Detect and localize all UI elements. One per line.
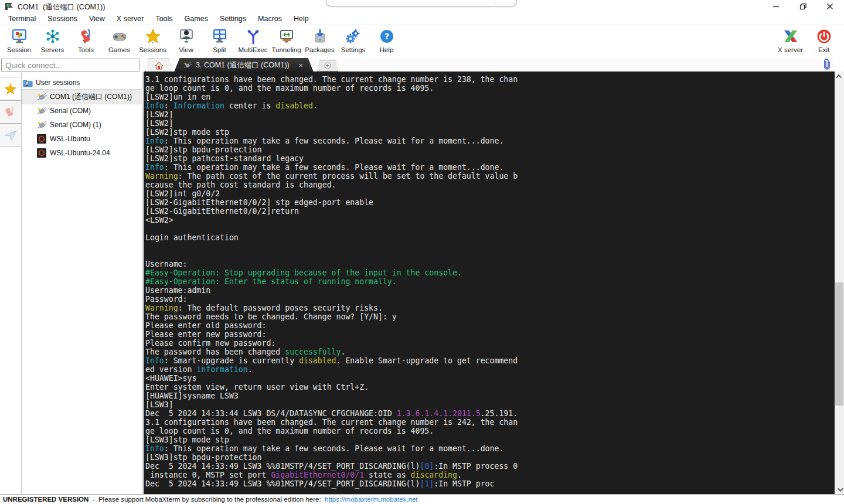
toolbar-button-view[interactable]: View <box>169 27 203 53</box>
terminal-line: Password: <box>145 295 835 304</box>
toolbar-left-group: SessionServersToolsGamesSessionsViewSpli… <box>2 27 403 53</box>
menu-item-sessions[interactable]: Sessions <box>42 13 83 25</box>
help-icon: ? <box>379 27 395 45</box>
toolbar-button-x-server[interactable]: X server <box>774 27 807 53</box>
terminal-line: [LSW2]int g0/0/2 <box>145 189 835 198</box>
toolbar-label: Settings <box>341 46 366 53</box>
scrollbar-thumb[interactable] <box>835 282 843 406</box>
session-item[interactable]: WSL-Ubuntu <box>22 132 142 146</box>
session-item[interactable]: WSL-Ubuntu-24.04 <box>22 146 142 160</box>
menu-item-settings[interactable]: Settings <box>214 13 252 25</box>
macros-knife-icon <box>5 105 16 118</box>
terminal-line <box>145 242 835 251</box>
restore-button[interactable] <box>791 0 815 13</box>
packages-icon <box>312 27 328 45</box>
toolbar-button-help[interactable]: ?Help <box>370 27 403 53</box>
close-button[interactable] <box>818 0 842 13</box>
toolbar-label: Session <box>7 46 31 53</box>
menu-item-view[interactable]: View <box>83 13 111 25</box>
mobatek-link[interactable]: https://mobaxterm.mobatek.net <box>325 496 418 503</box>
plus-icon <box>324 62 331 69</box>
toolbar-label: Tunneling <box>271 46 301 53</box>
toolbar-button-session[interactable]: Session <box>2 27 36 53</box>
tab-label: 3. COM1 (通信端口 (COM1)) <box>196 60 298 70</box>
floating-search-popup[interactable] <box>326 0 517 6</box>
attachments-paperclip-icon[interactable] <box>822 59 831 73</box>
terminal-line: ge loop count is 0, and the maximum numb… <box>145 427 835 435</box>
terminal-line: The password has been changed successful… <box>145 348 835 356</box>
sidebar-tab-macros[interactable] <box>0 100 22 124</box>
terminal-line: Info: Smart-upgrade is currently disable… <box>145 356 835 365</box>
toolbar-button-servers[interactable]: Servers <box>36 27 69 53</box>
svg-text:?: ? <box>384 32 389 41</box>
toolbar-button-sessions[interactable]: Sessions <box>136 27 169 53</box>
unregistered-label: UNREGISTERED VERSION <box>3 496 89 503</box>
serial-plug-icon <box>36 120 47 130</box>
quick-connect-input[interactable] <box>1 59 139 71</box>
ubuntu-icon <box>36 148 47 158</box>
terminal-scrollbar[interactable] <box>835 71 844 494</box>
terminal-line: Info: This operation may take a few seco… <box>145 163 835 172</box>
toolbar-button-split[interactable]: Split <box>203 27 236 53</box>
toolbar-button-games[interactable]: Games <box>103 27 136 53</box>
terminal-line: Info: This operation may take a few seco… <box>145 137 835 145</box>
menu-item-tools[interactable]: Tools <box>149 13 178 25</box>
session-item[interactable]: Serial (COM) <box>22 104 142 118</box>
session-item[interactable]: COM1 (通信端口 (COM1)) <box>22 90 142 104</box>
toolbar-label: Help <box>380 46 394 53</box>
menu-item-games[interactable]: Games <box>179 13 214 25</box>
terminal-line: [LSW2]un in en <box>145 93 835 101</box>
toolbar-label: Tools <box>78 46 94 53</box>
new-tab-button[interactable] <box>317 60 338 71</box>
serial-plug-icon <box>183 62 192 69</box>
home-tab-button[interactable] <box>145 59 172 72</box>
toolbar-button-settings[interactable]: Settings <box>336 27 370 53</box>
tab-active-com1[interactable]: 3. COM1 (通信端口 (COM1)) × <box>174 58 314 72</box>
terminal-line: [LSW2-GigabitEthernet0/0/2]return <box>145 207 835 216</box>
scroll-up-arrow[interactable] <box>835 71 844 81</box>
tab-close-icon[interactable]: × <box>298 61 303 70</box>
toolbar-button-packages[interactable]: Packages <box>303 27 336 53</box>
minimize-button[interactable] <box>764 0 788 13</box>
terminal-line: 3.1 configurations have been changed. Th… <box>145 418 835 427</box>
terminal-line: Dec 5 2024 14:33:49 LSW3 %%01MSTP/4/SET_… <box>145 479 835 488</box>
title-bar: COM1 (通信端口 (COM1)) <box>0 0 844 13</box>
terminal-line: The password needs to be changed. Change… <box>145 312 835 321</box>
terminal-line <box>145 224 835 233</box>
toolbar-label: Exit <box>818 46 829 53</box>
scroll-down-arrow[interactable] <box>835 485 844 494</box>
sidebar-tab-favorites[interactable]: ★ <box>0 77 22 100</box>
serial-plug-icon <box>36 106 47 115</box>
serial-plug-icon <box>36 92 47 101</box>
terminal-output[interactable]: 3.1 configurations have been changed. Th… <box>144 71 835 494</box>
toolbar-label: Packages <box>305 46 335 53</box>
menu-item-help[interactable]: Help <box>288 13 315 25</box>
toolbar-button-tunneling[interactable]: Tunneling <box>270 27 303 53</box>
toolbar-button-exit[interactable]: Exit <box>807 27 840 53</box>
session-item[interactable]: Serial (COM) (1) <box>22 118 142 132</box>
menu-item-x-server[interactable]: X server <box>111 13 150 25</box>
toolbar-button-multiexec[interactable]: MultiExec <box>236 27 270 53</box>
sessions-root[interactable]: User sessions <box>22 76 142 90</box>
terminal-line: [LSW2] <box>145 119 835 128</box>
toolbar-button-tools[interactable]: Tools <box>69 27 103 53</box>
sidebar-tab-send[interactable] <box>0 124 22 147</box>
toolbar: SessionServersToolsGamesSessionsViewSpli… <box>0 26 844 57</box>
terminal-line: ed version information. <box>145 365 835 374</box>
tools-icon <box>78 27 94 45</box>
terminal-line: [LSW3]stp bpdu-protection <box>145 453 835 462</box>
toolbar-label: MultiExec <box>239 46 268 53</box>
terminal-line: Please enter old password: <box>145 321 835 330</box>
favorites-star-icon: ★ <box>4 81 17 96</box>
servers-icon <box>45 27 61 45</box>
terminal-line: Username:admin <box>145 286 835 295</box>
toolbar-label: Split <box>213 46 226 53</box>
terminal-line: [LSW2] <box>145 110 835 119</box>
session-label: Serial (COM) <box>50 107 91 115</box>
mobaxterm-app-icon <box>5 2 14 13</box>
tab-bar: 3. COM1 (通信端口 (COM1)) × <box>144 58 835 72</box>
menu-item-terminal[interactable]: Terminal <box>2 13 42 25</box>
terminal-line: Info: Information center is disabled. <box>145 101 835 110</box>
menu-item-macros[interactable]: Macros <box>252 13 288 25</box>
user-sessions-folder-icon <box>22 78 33 87</box>
